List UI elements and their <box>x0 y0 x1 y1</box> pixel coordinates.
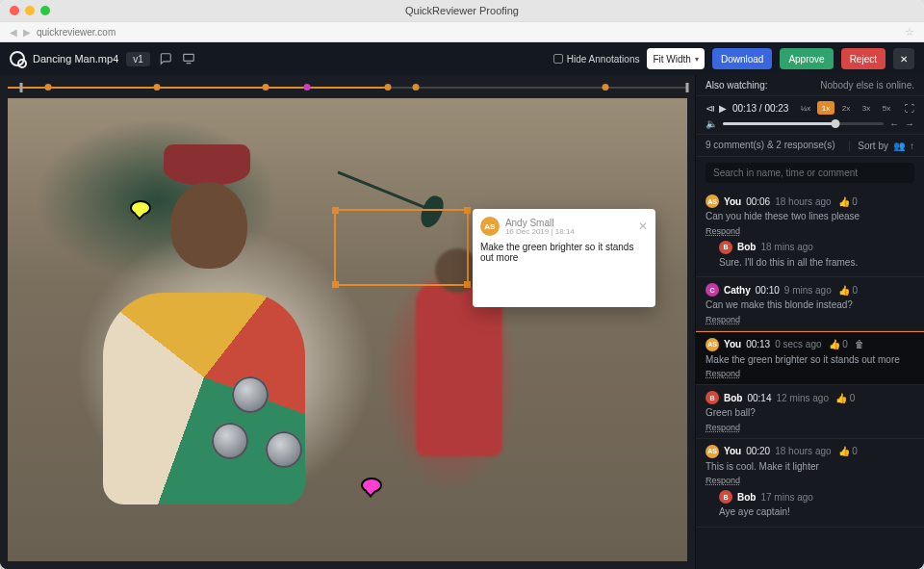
sort-label: Sort by <box>858 141 888 151</box>
comment-text: Can you hide these two lines please <box>706 211 914 223</box>
like-button[interactable]: 👍 0 <box>838 196 858 207</box>
reply-age: 18 mins ago <box>760 242 812 252</box>
comment-timecode[interactable]: 00:13 <box>746 339 770 349</box>
comment-timecode[interactable]: 00:14 <box>747 393 771 403</box>
timeline-marker[interactable] <box>686 83 689 92</box>
video-viewer[interactable]: AS Andy Small 16 Dec 2019 | 18:14 ✕ Make… <box>8 98 687 561</box>
annotation-region[interactable] <box>334 209 469 286</box>
fit-select[interactable]: Fit Width ▾ <box>647 48 704 69</box>
avatar: B <box>719 241 732 254</box>
comment-timecode[interactable]: 00:06 <box>746 196 770 207</box>
respond-link[interactable]: Respond <box>706 315 740 324</box>
volume-slider[interactable] <box>723 122 884 125</box>
prev-comment-icon[interactable]: ← <box>889 118 899 129</box>
respond-link[interactable]: Respond <box>706 369 740 378</box>
svg-rect-0 <box>184 54 194 61</box>
reply-author: Bob <box>737 242 756 252</box>
comments-list[interactable]: ASYou00:0618 hours ago👍 0Can you hide th… <box>696 189 924 569</box>
timeline-marker[interactable] <box>603 84 609 91</box>
hide-annotations-toggle[interactable]: Hide Annotations <box>553 54 640 65</box>
like-button[interactable]: 👍 0 <box>838 285 858 296</box>
delete-icon[interactable]: 🗑 <box>855 339 864 349</box>
timeline-marker[interactable] <box>154 84 161 91</box>
comment-timecode[interactable]: 00:20 <box>746 446 770 456</box>
sort-control[interactable]: Sort by 👥 ↑ <box>849 141 914 151</box>
avatar: B <box>706 391 719 404</box>
reply-text: Aye aye captain! <box>719 506 914 519</box>
viewer-column: AS Andy Small 16 Dec 2019 | 18:14 ✕ Make… <box>0 75 695 569</box>
skip-back-icon[interactable]: ⧏ <box>706 103 715 114</box>
fit-select-label: Fit Width <box>653 54 690 65</box>
mac-titlebar: QuickReviewer Proofing <box>0 0 924 21</box>
comments-icon[interactable] <box>158 51 173 66</box>
topbar: Dancing Man.mp4 v1 Hide Annotations Fit … <box>0 42 924 75</box>
popup-timestamp: 16 Dec 2019 | 18:14 <box>505 228 575 237</box>
respond-link[interactable]: Respond <box>706 423 740 432</box>
speed-selector[interactable]: ¼x1x2x3x5x <box>797 101 895 115</box>
timeline-marker[interactable] <box>303 84 310 91</box>
comment-thread[interactable]: CCathy00:109 mins ago👍 0Can we make this… <box>696 277 924 331</box>
annotation-bubble-yellow[interactable] <box>130 200 151 216</box>
comment-age: 18 hours ago <box>775 196 831 207</box>
comment-author: Cathy <box>724 285 751 296</box>
like-button[interactable]: 👍 0 <box>838 446 858 456</box>
comments-sidebar: Also watching: Nobody else is online. ⧏ … <box>695 75 924 569</box>
speed-option[interactable]: 3x <box>858 101 875 115</box>
resize-handle[interactable] <box>464 207 471 214</box>
forward-icon[interactable]: ▶ <box>23 27 31 38</box>
approve-button[interactable]: Approve <box>780 48 833 69</box>
chevron-updown-icon: ▾ <box>695 55 699 64</box>
video-timeline[interactable] <box>8 79 687 96</box>
traffic-light-close[interactable] <box>10 6 19 15</box>
file-name: Dancing Man.mp4 <box>33 53 118 65</box>
comment-author: You <box>724 446 741 456</box>
resize-handle[interactable] <box>332 281 339 288</box>
bookmark-star-icon[interactable]: ☆ <box>905 26 914 39</box>
next-comment-icon[interactable]: → <box>905 118 914 129</box>
respond-link[interactable]: Respond <box>706 476 740 485</box>
speed-option[interactable]: ¼x <box>797 101 814 115</box>
checkbox-icon[interactable] <box>553 54 563 64</box>
avatar: AS <box>706 445 719 458</box>
fullscreen-icon[interactable]: ⛶ <box>905 103 914 114</box>
screen-icon[interactable] <box>181 51 196 66</box>
play-icon[interactable]: ▶ <box>719 103 727 114</box>
reject-button[interactable]: Reject <box>841 48 886 69</box>
comment-text: This is cool. Make it lighter <box>706 461 914 474</box>
search-input[interactable]: Search in name, time or comment <box>706 163 914 183</box>
comment-timecode[interactable]: 00:10 <box>756 285 780 296</box>
back-icon[interactable]: ◀ <box>10 27 17 38</box>
timeline-marker[interactable] <box>45 84 52 91</box>
traffic-light-min[interactable] <box>25 6 35 15</box>
download-button[interactable]: Download <box>712 48 772 69</box>
volume-icon[interactable]: 🔈 <box>706 118 717 129</box>
comment-thread[interactable]: ASYou00:0618 hours ago👍 0Can you hide th… <box>696 189 924 277</box>
popup-close-icon[interactable]: ✕ <box>638 220 648 233</box>
timeline-marker[interactable] <box>412 84 419 91</box>
url-text[interactable]: quickreviewer.com <box>37 27 116 38</box>
speed-option[interactable]: 5x <box>878 101 895 115</box>
comment-thread[interactable]: ASYou00:2018 hours ago👍 0This is cool. M… <box>696 439 924 528</box>
version-pill[interactable]: v1 <box>126 52 150 66</box>
speed-option[interactable]: 1x <box>817 101 834 115</box>
comment-thread[interactable]: BBob00:1412 mins ago👍 0Green ball?Respon… <box>696 385 924 439</box>
timeline-marker[interactable] <box>263 84 270 91</box>
timeline-marker[interactable] <box>20 83 23 92</box>
resize-handle[interactable] <box>332 207 339 214</box>
popup-body[interactable]: Make the green brighter so it stands out… <box>480 242 648 299</box>
comment-count: 9 comment(s) & 2 response(s) <box>706 140 843 151</box>
resize-handle[interactable] <box>464 281 471 288</box>
respond-link[interactable]: Respond <box>706 226 740 236</box>
traffic-light-max[interactable] <box>40 6 50 15</box>
like-button[interactable]: 👍 0 <box>829 339 848 349</box>
speed-option[interactable]: 2x <box>837 101 855 115</box>
reply-text: Sure. I'll do this in all the frames. <box>719 257 914 270</box>
sort-users-icon[interactable]: 👥 <box>893 141 905 151</box>
comment-age: 0 secs ago <box>775 339 821 349</box>
timeline-marker[interactable] <box>385 84 392 91</box>
like-button[interactable]: 👍 0 <box>835 393 855 403</box>
sort-asc-icon[interactable]: ↑ <box>910 141 914 151</box>
close-panel-button[interactable]: ✕ <box>893 48 914 69</box>
comment-thread[interactable]: ASYou00:130 secs ago👍 0🗑Make the green b… <box>696 331 924 386</box>
watching-label: Also watching: <box>706 80 767 91</box>
